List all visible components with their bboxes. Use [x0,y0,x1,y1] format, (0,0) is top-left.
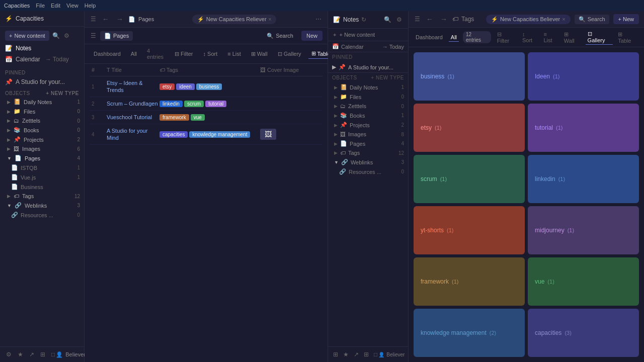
notes-foot-icon5[interactable]: □ [373,350,378,359]
new-type-label[interactable]: + New type [46,90,79,96]
tags-sort-option[interactable]: ↕ Sort [520,30,539,44]
notes-obj-dailynotes[interactable]: ▶ 📔 Daily Notes 1 [328,82,408,92]
notes-obj-images[interactable]: ▶ 🖼 Images 8 [328,130,408,139]
tag-vue[interactable]: vue [191,114,205,121]
export-icon[interactable]: ↗ [28,350,35,359]
menu-view[interactable]: View [66,3,78,9]
tag-card-tutorial[interactable]: tutorial (1) [528,104,639,152]
tag-card-linkedin[interactable]: linkedin (1) [528,155,639,203]
star-icon[interactable]: ★ [17,350,24,359]
filter-option[interactable]: ⊟ Filter [172,49,196,59]
active-tab-pill[interactable]: ⚡ New Capacities Reliever × [192,15,277,24]
tags-menu-icon[interactable]: ☰ [414,15,421,24]
tag-tutorial[interactable]: tutorial [205,101,226,107]
notes-obj-zetttels[interactable]: ▶ 🗂 Zetttels 0 [328,102,408,111]
tag-etsy[interactable]: etsy [159,83,175,90]
tags-tab-close[interactable]: × [562,16,565,22]
list-option[interactable]: ≡ List [224,49,244,58]
new-content-button[interactable]: + New content [5,31,49,41]
tag-card-etsy[interactable]: etsy (1) [414,104,525,152]
tag-framework[interactable]: framework [159,114,189,121]
notes-options-icon[interactable]: ⚙ [395,15,403,24]
table-row[interactable]: 2 Scrum – Grundlagen linkedin scrum tuto… [90,97,323,111]
today-item[interactable]: → Today [382,44,404,50]
notes-obj-files[interactable]: ▶ 📁 Files 0 [328,92,408,102]
tags-wall-option[interactable]: ⊞ Wall [562,30,583,45]
search-icon[interactable]: 🔍 [51,31,61,40]
new-type-label[interactable]: + New type [371,75,404,80]
tags-table-option[interactable]: ⊞ Table [616,30,639,45]
more-icon[interactable]: ⋯ [314,15,323,24]
tags-gallery-option[interactable]: ⊡ Gallery [586,30,613,45]
tab-dashboard[interactable]: Dashboard [90,49,125,58]
notes-obj-projects[interactable]: ▶ 📌 Projects 2 [328,120,408,130]
refresh-icon[interactable]: ↻ [361,16,366,23]
tag-card-scrum[interactable]: scrum (1) [414,155,525,203]
sidebar-obj-pages[interactable]: ▼ 📄 Pages 4 [0,153,84,163]
table-row[interactable]: 4 A Studio for your Mind capacities know… [90,124,323,145]
gallery-option[interactable]: ⊡ Gallery [275,49,304,59]
tag-card-midjourney[interactable]: midjourney (1) [528,206,639,254]
notes-subitem-resources[interactable]: 🔗 Resources ... 0 [328,167,408,176]
sidebar-obj-projects[interactable]: ▶ 📌 Projects 2 [0,135,84,144]
notes-search-icon[interactable]: 🔍 [383,15,392,24]
search-button[interactable]: 🔍 Search [263,31,297,41]
tag-scrum[interactable]: scrum [184,101,204,107]
tags-list-option[interactable]: ≡ List [541,30,558,44]
tag-capacities[interactable]: capacities [159,131,188,138]
tag-km[interactable]: knowledge management [189,131,250,138]
tags-filter-option[interactable]: ⊟ Filter [495,30,517,45]
new-button[interactable]: New [301,31,323,41]
sidebar-subitem-resources[interactable]: 🔗 Resources ... 0 [0,210,84,220]
table-row[interactable]: 3 Vueschool Tutorial framework vue [90,111,323,124]
sort-option[interactable]: ↕ Sort [200,49,221,58]
pinned-item[interactable]: 📌 A Studio for your... [0,76,84,87]
page-link-2[interactable]: Scrum – Grundlagen [107,101,158,107]
options-icon[interactable]: ⚙ [63,31,70,40]
notes-foot-icon1[interactable]: ⊞ [332,350,339,359]
page-link-4[interactable]: A Studio for your Mind [107,128,147,141]
sidebar-subitem-business[interactable]: 📄 Business [0,182,84,192]
notes-pinned-item[interactable]: ▶ 📌 A Studio for your... [328,62,408,73]
tag-business[interactable]: business [196,83,222,90]
list-view-icon[interactable]: ☰ [90,31,97,40]
tags-back-button[interactable]: ← [424,14,435,24]
sidebar-obj-images[interactable]: ▶ 🖼 Images 6 [0,144,84,153]
sidebar-obj-zetttels[interactable]: ▶ 🗂 Zetttels 0 [0,116,84,125]
tag-linkedin[interactable]: linkedin [159,101,183,107]
sidebar-item-notes[interactable]: 📝 Notes [0,43,84,54]
tags-forward-button[interactable]: → [438,14,449,24]
sidebar-obj-books[interactable]: ▶ 📚 Books 0 [0,125,84,135]
notes-obj-books[interactable]: ▶ 📚 Books 1 [328,111,408,120]
notes-foot-icon2[interactable]: ★ [342,350,350,359]
notes-obj-tags[interactable]: ▶ 🏷 Tags 12 [328,148,408,157]
menu-help[interactable]: Help [85,3,96,9]
sidebar-obj-dailynotes[interactable]: ▶ 📔 Daily Notes 1 [0,97,84,107]
table-row[interactable]: 1 Etsy – Ideen & Trends etsy ideen busin… [90,76,323,97]
tag-card-ideen[interactable]: Ideen (1) [528,52,639,101]
menu-file[interactable]: File [36,3,45,9]
tags-tab-dashboard[interactable]: Dashboard [414,33,445,41]
grid-icon[interactable]: ⊞ [39,350,46,359]
forward-button[interactable]: → [114,14,125,24]
tab-close-icon[interactable]: × [269,17,272,22]
wall-option[interactable]: ⊞ Wall [248,49,271,59]
notes-new-content[interactable]: + + New content [328,29,408,41]
back-button[interactable]: ← [100,14,111,24]
tag-ideen[interactable]: ideen [176,83,194,90]
sidebar-obj-files[interactable]: ▶ 📁 Files 0 [0,107,84,116]
menu-icon[interactable]: ☰ [90,15,97,24]
tag-card-km[interactable]: knowledge management (2) [414,309,525,357]
pages-button[interactable]: 📄 Pages [100,31,133,41]
calendar-item[interactable]: 📅 Calendar [332,43,364,50]
tags-active-tab[interactable]: ⚡ New Capacities Believer × [486,15,571,24]
notes-foot-icon3[interactable]: ↗ [353,350,360,359]
sidebar-item-calendar[interactable]: 📅 Calendar → Today [0,54,84,65]
sidebar-obj-weblinks[interactable]: ▼ 🔗 Weblinks 3 [0,201,84,210]
notes-obj-weblinks[interactable]: ▼ 🔗 Weblinks 3 [328,157,408,167]
window-icon[interactable]: □ [50,350,56,359]
tags-tab-all[interactable]: All [449,33,459,42]
sidebar-subitem-istqb[interactable]: 📄 ISTQB 1 [0,163,84,172]
tag-card-framework[interactable]: framework (1) [414,257,525,306]
tags-search-button[interactable]: 🔍 Search [575,15,609,24]
